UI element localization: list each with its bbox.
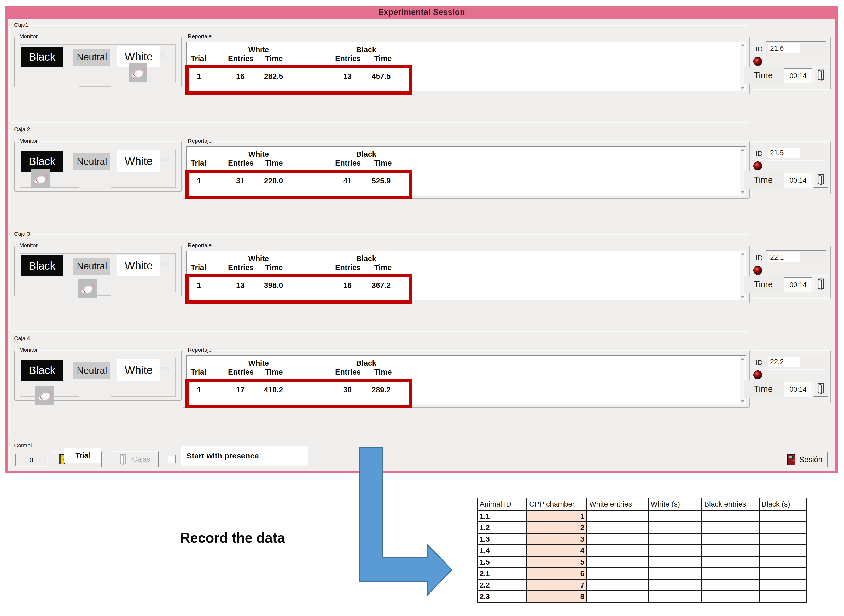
animal-id-cell: 2.2 bbox=[477, 579, 527, 591]
time-display: 00:14 bbox=[784, 173, 812, 188]
empty-cell bbox=[759, 510, 806, 522]
monitor-label: Monitor bbox=[17, 138, 40, 144]
animal-id-value: 22.1 bbox=[768, 252, 800, 262]
reportaje-label: Reportaje bbox=[186, 33, 214, 40]
black-time-value: 525.9 bbox=[362, 177, 401, 186]
bent-arrow-icon bbox=[358, 446, 454, 597]
cpp-chamber-cell: 7 bbox=[527, 579, 587, 591]
neutral-chamber-panel: Neutral bbox=[73, 258, 110, 275]
white-time-header: Time bbox=[253, 368, 295, 377]
white-chamber-panel: White bbox=[117, 151, 160, 172]
trial-column-header: Trial bbox=[191, 159, 220, 167]
col-animal-id: Animal ID bbox=[477, 498, 527, 510]
session-button[interactable]: Sesión bbox=[782, 452, 828, 467]
animal-id-input[interactable]: 22.1 bbox=[766, 250, 826, 265]
caja4-label: Caja 4 bbox=[12, 335, 32, 342]
status-led-icon bbox=[753, 161, 762, 170]
black-time-header: Time bbox=[362, 263, 404, 272]
status-led-icon bbox=[753, 57, 762, 66]
door-icon bbox=[816, 382, 825, 395]
white-time-value: 220.0 bbox=[253, 177, 295, 186]
scroll-down-icon[interactable] bbox=[741, 87, 744, 89]
box-door-button[interactable] bbox=[813, 66, 828, 83]
start-with-presence-checkbox[interactable] bbox=[167, 455, 176, 463]
cpp-chamber-cell: 3 bbox=[527, 534, 587, 545]
empty-cell bbox=[587, 522, 648, 534]
scroll-down-icon[interactable] bbox=[741, 192, 744, 194]
black-chamber-panel: Black bbox=[21, 255, 63, 276]
empty-cell bbox=[587, 545, 648, 556]
table-header-row: Animal ID CPP chamber White entries Whit… bbox=[477, 498, 806, 510]
white-time-header: Time bbox=[253, 159, 295, 167]
time-display: 00:14 bbox=[784, 277, 812, 292]
trial-button-label[interactable]: Trial bbox=[64, 447, 101, 463]
black-chamber-panel: Black bbox=[21, 47, 63, 67]
table-row: 1.3 3 bbox=[477, 534, 806, 545]
empty-cell bbox=[587, 568, 648, 579]
scroll-down-icon[interactable] bbox=[741, 296, 744, 298]
animal-id-cell: 1.1 bbox=[477, 510, 527, 522]
animal-id-input[interactable]: 22.2 bbox=[766, 355, 826, 370]
animal-id-cell: 2.3 bbox=[477, 591, 527, 603]
box-door-button[interactable] bbox=[813, 380, 828, 397]
white-time-value: 410.2 bbox=[253, 386, 295, 395]
empty-cell bbox=[587, 534, 648, 545]
time-label-patch: Time bbox=[744, 172, 783, 189]
session-focus-ring: Sesión bbox=[783, 454, 826, 465]
box-door-button[interactable] bbox=[813, 275, 828, 292]
gray-door-icon bbox=[118, 453, 128, 465]
empty-cell bbox=[759, 579, 806, 591]
trial-value: 1 bbox=[191, 281, 207, 290]
scroll-up-icon[interactable] bbox=[741, 44, 744, 46]
id-label: ID bbox=[755, 254, 763, 262]
empty-cell bbox=[587, 591, 648, 603]
scroll-down-icon[interactable] bbox=[741, 400, 744, 403]
col-white-s: White (s) bbox=[648, 498, 702, 510]
reportaje-label: Reportaje bbox=[186, 347, 214, 353]
white-column-header: White bbox=[233, 150, 285, 158]
animal-id-input[interactable]: 21.5 bbox=[766, 146, 826, 161]
cajas-button[interactable]: Cajas bbox=[110, 451, 159, 467]
time-display: 00:14 bbox=[784, 382, 812, 397]
scroll-up-icon[interactable] bbox=[741, 149, 744, 151]
reportaje-label: Reportaje bbox=[186, 138, 214, 144]
trial-value: 1 bbox=[191, 386, 207, 395]
control-label: Control bbox=[12, 442, 34, 449]
highlighted-data-row: 1 13 398.0 16 367.2 bbox=[186, 274, 412, 304]
white-time-value: 398.0 bbox=[253, 281, 295, 290]
cpp-chamber-cell: 2 bbox=[527, 522, 587, 534]
id-label: ID bbox=[755, 45, 763, 53]
table-row: 2.2 7 bbox=[477, 579, 806, 591]
time-label: Time bbox=[744, 280, 773, 289]
door-icon bbox=[816, 173, 825, 185]
empty-cell bbox=[587, 556, 648, 568]
neutral-chamber-panel: Neutral bbox=[73, 153, 110, 170]
time-label-patch: Time bbox=[744, 67, 783, 84]
empty-cell bbox=[648, 591, 702, 603]
animal-id-input[interactable]: 21.6 bbox=[766, 41, 826, 56]
highlighted-data-row: 1 31 220.0 41 525.9 bbox=[186, 170, 412, 199]
black-time-value: 289.2 bbox=[362, 386, 401, 395]
empty-cell bbox=[648, 545, 702, 556]
animal-id-cell: 1.4 bbox=[477, 545, 527, 556]
monitor-label: Monitor bbox=[17, 33, 40, 40]
animal-id-cell: 2.1 bbox=[477, 568, 527, 579]
session-button-label: Sesión bbox=[799, 455, 823, 464]
table-row: 1.1 1 bbox=[477, 510, 806, 522]
cpp-chamber-cell: 5 bbox=[527, 556, 587, 568]
scroll-up-icon[interactable] bbox=[741, 358, 744, 360]
caja4-section: Caja 4 Monitor Black Neutral White co Re… bbox=[0, 314, 844, 418]
black-chamber-panel: Black bbox=[21, 151, 63, 172]
empty-cell bbox=[648, 568, 702, 579]
box-door-button[interactable] bbox=[813, 171, 828, 188]
time-label: Time bbox=[744, 175, 773, 185]
monitor-label: Monitor bbox=[17, 347, 40, 353]
empty-cell bbox=[702, 522, 759, 534]
empty-cell bbox=[702, 534, 759, 545]
highlighted-data-row: 1 16 282.5 13 457.5 bbox=[186, 65, 412, 95]
scroll-up-icon[interactable] bbox=[741, 253, 744, 255]
black-chamber-panel: Black bbox=[21, 360, 63, 381]
empty-cell bbox=[587, 510, 648, 522]
time-label-patch: Time bbox=[744, 276, 783, 293]
record-the-data-caption: Record the data bbox=[180, 530, 285, 546]
